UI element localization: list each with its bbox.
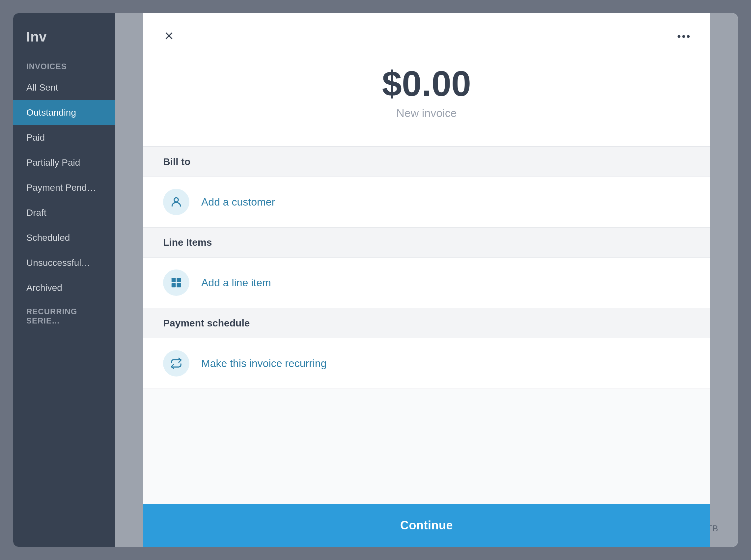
svg-rect-3: [171, 283, 176, 287]
modal-close-button[interactable]: ✕: [159, 26, 179, 46]
sidebar-section-recurring: RECURRING SERIE…: [13, 300, 115, 329]
main-content: Log out TB ✕ ••• $0.00 New invoice: [115, 13, 738, 547]
sidebar-item-payment-pending[interactable]: Payment Pend…: [13, 175, 115, 200]
person-icon: [170, 196, 182, 208]
payment-schedule-header: Payment schedule: [143, 308, 710, 338]
add-customer-item[interactable]: Add a customer: [143, 177, 710, 227]
invoice-modal: ✕ ••• $0.00 New invoice Bill to: [143, 13, 710, 547]
continue-button[interactable]: Continue: [143, 504, 710, 547]
add-line-item-label: Add a line item: [201, 277, 271, 289]
modal-more-button[interactable]: •••: [674, 26, 694, 46]
sidebar-item-archived[interactable]: Archived: [13, 275, 115, 300]
svg-point-0: [174, 198, 179, 202]
modal-hero: $0.00 New invoice: [143, 46, 710, 146]
sidebar-item-scheduled[interactable]: Scheduled: [13, 225, 115, 251]
modal-overlay: ✕ ••• $0.00 New invoice Bill to: [115, 13, 738, 547]
add-customer-label: Add a customer: [201, 196, 275, 208]
svg-rect-4: [177, 283, 181, 287]
modal-body: Bill to Add a customer Line Items: [143, 146, 710, 504]
invoice-amount: $0.00: [143, 66, 710, 101]
invoice-subtitle: New invoice: [143, 107, 710, 120]
sidebar-section-invoices: INVOICES: [13, 55, 115, 75]
recurring-icon-circle: [163, 350, 189, 377]
app-container: Inv INVOICES All Sent Outstanding Paid P…: [13, 13, 738, 547]
modal-footer: Continue: [143, 504, 710, 547]
sidebar-title: Inv: [13, 13, 115, 55]
recurring-icon: [170, 357, 182, 369]
sidebar-item-draft[interactable]: Draft: [13, 200, 115, 225]
customer-icon-circle: [163, 189, 189, 215]
sidebar: Inv INVOICES All Sent Outstanding Paid P…: [13, 13, 115, 547]
sidebar-item-partially-paid[interactable]: Partially Paid: [13, 150, 115, 175]
line-items-header: Line Items: [143, 227, 710, 258]
sidebar-item-unsuccessful[interactable]: Unsuccessful…: [13, 251, 115, 275]
svg-rect-1: [171, 278, 176, 282]
modal-top-bar: ✕ •••: [143, 13, 710, 46]
make-recurring-label: Make this invoice recurring: [201, 357, 327, 369]
sidebar-item-paid[interactable]: Paid: [13, 125, 115, 150]
make-recurring-item[interactable]: Make this invoice recurring: [143, 338, 710, 389]
bill-to-header: Bill to: [143, 146, 710, 177]
sidebar-item-outstanding[interactable]: Outstanding: [13, 100, 115, 125]
sidebar-item-all-sent[interactable]: All Sent: [13, 75, 115, 100]
add-line-item-item[interactable]: Add a line item: [143, 258, 710, 308]
grid-icon: [170, 276, 182, 289]
svg-rect-2: [177, 278, 181, 282]
grid-icon-circle: [163, 269, 189, 296]
